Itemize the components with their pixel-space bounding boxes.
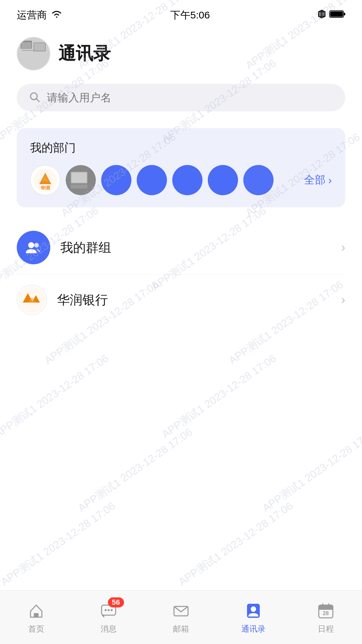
nav-contacts[interactable]: 通讯录 [217,597,290,634]
svg-rect-32 [34,613,39,617]
time-display: 下午5:06 [170,8,210,22]
contacts-icon [243,601,263,621]
nav-mail[interactable]: 邮箱 [145,597,217,634]
svg-point-21 [137,165,167,195]
contacts-label: 通讯录 [241,624,265,634]
huarun-label: 华润银行 [57,291,331,309]
huarun-icon [17,285,47,315]
dept-avatar-4[interactable] [172,165,202,195]
huarun-chevron: › [341,293,345,307]
dept-avatar-1[interactable] [66,165,96,195]
page-title: 通讯录 [58,42,111,65]
svg-rect-42 [319,608,333,610]
svg-text:28: 28 [323,610,329,616]
nav-calendar[interactable]: 28 日程 [290,597,362,634]
svg-rect-8 [34,43,45,51]
avatar[interactable] [17,37,50,70]
svg-point-20 [101,165,131,195]
bottom-navigation: 首页 56 消息 邮箱 [0,590,362,644]
svg-point-25 [243,165,274,195]
svg-rect-2 [330,11,343,17]
view-all-label: 全部 [304,173,325,187]
status-bar: 运营商 下午5:06 [0,0,362,27]
message-label: 消息 [101,624,117,634]
search-bar[interactable] [17,84,345,111]
groups-icon [17,231,50,264]
search-input[interactable] [47,92,333,104]
list-item-groups[interactable]: 我的群组 › [17,221,345,275]
nav-message[interactable]: 56 消息 [72,597,145,634]
view-all-button[interactable]: 全部 › [304,173,332,187]
svg-point-36 [111,609,113,611]
svg-point-23 [208,165,238,195]
calendar-label: 日程 [318,624,334,634]
nav-home[interactable]: 首页 [0,597,72,634]
list-item-huarun[interactable]: 华润银行 › [17,275,345,325]
message-icon: 56 [99,601,119,621]
wifi-icon [51,9,62,21]
dept-avatar-0[interactable]: 华润 [30,165,60,195]
groups-chevron: › [341,240,345,255]
svg-point-27 [34,243,39,248]
dept-avatar-5[interactable] [208,165,238,195]
svg-text:华润: 华润 [40,185,50,191]
svg-rect-19 [71,184,87,189]
department-card: 我的部门 华润 [17,128,345,207]
home-icon [26,601,46,621]
department-section: 我的部门 华润 [17,128,345,207]
battery-icon [329,10,345,21]
groups-label: 我的群组 [60,239,331,256]
search-container [0,77,362,121]
message-badge: 56 [108,597,124,607]
location-icon [318,9,326,21]
chevron-right-icon: › [328,174,332,186]
svg-point-26 [28,242,34,248]
svg-point-22 [172,165,202,195]
mail-icon [171,601,191,621]
svg-point-34 [105,609,107,611]
dept-avatar-2[interactable] [101,165,131,195]
calendar-icon: 28 [316,601,336,621]
svg-line-10 [37,99,39,102]
carrier-label: 运营商 [17,8,47,22]
list-section: 我的群组 › 华润银行 › [17,221,345,325]
mail-label: 邮箱 [173,624,189,634]
svg-rect-5 [21,42,32,48]
svg-rect-1 [344,13,345,15]
dept-avatar-6[interactable] [243,165,274,195]
svg-point-35 [108,609,110,611]
svg-rect-18 [71,172,87,183]
dept-avatar-3[interactable] [137,165,167,195]
carrier-info: 运营商 [17,8,62,22]
search-icon [29,91,40,104]
status-icons [318,9,345,21]
department-title: 我的部门 [30,140,332,156]
home-label: 首页 [28,624,44,634]
page-header: 通讯录 [0,27,362,77]
svg-point-39 [251,606,256,612]
department-avatars: 华润 [30,165,332,195]
